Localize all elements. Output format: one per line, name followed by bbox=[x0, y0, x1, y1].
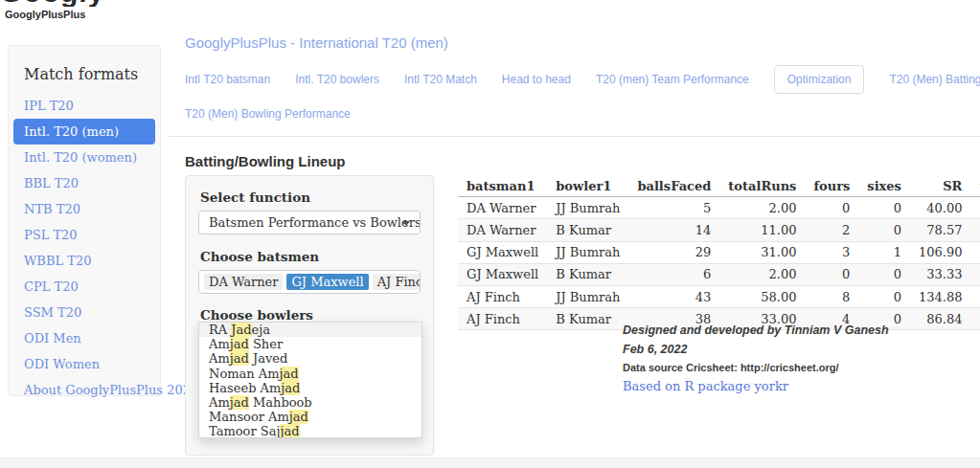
suggestion-amjad-sher[interactable]: Amjad Sher bbox=[199, 337, 422, 351]
table-cell: 0 bbox=[858, 263, 910, 285]
choose-batsmen-label: Choose batsmen bbox=[200, 249, 433, 264]
column-header-fours: fours bbox=[805, 175, 858, 197]
table-cell: 3 bbox=[805, 241, 858, 263]
sidebar-item-ipl-t20[interactable]: IPL T20 bbox=[9, 93, 160, 119]
sidebar-item-intl-t20-men[interactable]: Intl. T20 (men) bbox=[13, 119, 155, 145]
brand-text: GooglyPlusPlus bbox=[5, 9, 85, 20]
sidebar-item-wbbl-t20[interactable]: WBBL T20 bbox=[9, 248, 160, 274]
bottom-strip bbox=[0, 457, 980, 468]
table-cell: 1 bbox=[858, 241, 910, 263]
table-cell: 0 bbox=[858, 219, 910, 241]
table-cell: 14 bbox=[628, 219, 719, 241]
table-cell: DA Warner bbox=[458, 219, 547, 241]
token-aj-finch[interactable]: AJ Finch bbox=[373, 274, 421, 290]
token-da-warner[interactable]: DA Warner bbox=[204, 274, 283, 290]
table-cell: 0 bbox=[858, 197, 910, 219]
tab-head-to-head[interactable]: Head to head bbox=[502, 73, 571, 86]
suggestion-amjad-javed[interactable]: Amjad Javed bbox=[199, 351, 422, 366]
tab-t20-men-team-performance[interactable]: T20 (men) Team Performance bbox=[596, 73, 749, 86]
table-cell: GJ Maxwell bbox=[458, 241, 547, 263]
tab-t20-men-batting-performance[interactable]: T20 (Men) Batting Performance bbox=[889, 73, 980, 86]
function-select-value: Batsmen Performance vs Bowlers bbox=[209, 215, 421, 230]
suggestion-tamoor-sajjad[interactable]: Tamoor Sajjad bbox=[199, 424, 422, 438]
select-function-label: Select function bbox=[200, 189, 433, 205]
bowlers-suggestion-dropdown: RA JadejaAmjad SherAmjad JavedNoman Amja… bbox=[198, 322, 422, 438]
table-cell: 33.33 bbox=[910, 263, 971, 285]
table-cell: 8 bbox=[805, 285, 858, 307]
token-gj-maxwell[interactable]: GJ Maxwell bbox=[286, 274, 368, 290]
credits: Designed and developed by Tinniam V Gane… bbox=[623, 323, 889, 393]
table-cell: 2.00 bbox=[719, 197, 805, 219]
table-cell: JJ Bumrah bbox=[547, 197, 628, 219]
suggestion-ra-jadeja[interactable]: RA Jadeja bbox=[199, 323, 422, 337]
credit-date: Feb 6, 2022 bbox=[623, 343, 889, 356]
table-body: DA WarnerJJ Bumrah52.000040.002DA Warner… bbox=[458, 197, 980, 330]
table-row: AJ FinchJJ Bumrah4358.0080134.881 bbox=[458, 285, 980, 307]
table-cell: 134.88 bbox=[910, 285, 971, 307]
function-select[interactable]: Batsmen Performance vs Bowlers bbox=[198, 211, 421, 234]
credit-datasource: Data source Cricsheet: http://cricsheet.… bbox=[623, 362, 889, 373]
table-cell: AJ Finch bbox=[458, 285, 547, 307]
table-cell: B Kumar bbox=[547, 308, 628, 330]
suggestion-haseeb-amjad[interactable]: Haseeb Amjad bbox=[199, 381, 422, 395]
results-table: batsman1bowler1ballsFacedtotalRunsfourss… bbox=[458, 175, 980, 330]
tab-bar-row1: Intl T20 batsmanIntl. T20 bowlersIntl T2… bbox=[185, 65, 980, 94]
table-cell: 0 bbox=[858, 285, 910, 307]
suggestion-noman-amjad[interactable]: Noman Amjad bbox=[199, 367, 422, 381]
logo-large-text: Googly bbox=[0, 0, 134, 7]
table-row: DA WarnerB Kumar1411.002078.571 bbox=[458, 219, 980, 241]
sidebar-item-ssm-t20[interactable]: SSM T20 bbox=[9, 300, 160, 325]
tab-intl-t20-match[interactable]: Intl T20 Match bbox=[404, 73, 477, 86]
suggestion-mansoor-amjad[interactable]: Mansoor Amjad bbox=[199, 410, 422, 424]
table-cell: 78.57 bbox=[910, 219, 971, 241]
sidebar-item-about-googlyplusplus-2022[interactable]: About GooglyPlusPlus 2022 bbox=[9, 377, 160, 403]
sidebar-item-intl-t20-women[interactable]: Intl. T20 (women) bbox=[9, 145, 160, 170]
column-header-timesout: timesOut bbox=[970, 175, 980, 197]
sidebar-nav: IPL T20Intl. T20 (men)Intl. T20 (women)B… bbox=[9, 93, 160, 403]
table-cell: JJ Bumrah bbox=[547, 285, 628, 307]
sidebar-item-psl-t20[interactable]: PSL T20 bbox=[9, 222, 160, 248]
table-cell: 106.90 bbox=[910, 241, 971, 263]
table-cell: 2 bbox=[970, 241, 980, 263]
table-cell: DA Warner bbox=[458, 197, 547, 219]
tab-optimization[interactable]: Optimization bbox=[774, 65, 865, 94]
sidebar-item-ntb-t20[interactable]: NTB T20 bbox=[9, 196, 160, 222]
results-table-wrap: batsman1bowler1ballsFacedtotalRunsfourss… bbox=[458, 175, 980, 330]
sidebar-item-odi-women[interactable]: ODI Women bbox=[9, 351, 160, 377]
table-cell: AJ Finch bbox=[458, 308, 547, 330]
column-header-bowler1: bowler1 bbox=[547, 175, 628, 197]
column-header-totalruns: totalRuns bbox=[719, 175, 805, 197]
tabs-divider bbox=[169, 136, 980, 137]
table-row: GJ MaxwellB Kumar62.000033.330 bbox=[458, 263, 980, 285]
batsmen-input[interactable]: DA WarnerGJ MaxwellAJ Finch bbox=[198, 270, 421, 294]
table-cell: 43 bbox=[628, 285, 719, 307]
table-cell: 29 bbox=[628, 241, 719, 263]
table-cell: 1 bbox=[970, 285, 980, 307]
sidebar-item-odi-men[interactable]: ODI Men bbox=[9, 325, 160, 351]
table-cell: JJ Bumrah bbox=[547, 241, 628, 263]
section-heading: Batting/Bowling Lineup bbox=[185, 153, 345, 169]
table-cell: 58.00 bbox=[719, 285, 805, 307]
table-cell: 40.00 bbox=[910, 197, 971, 219]
table-header-row: batsman1bowler1ballsFacedtotalRunsfourss… bbox=[458, 175, 980, 197]
table-cell: 0 bbox=[970, 263, 980, 285]
tab-intl-t20-bowlers[interactable]: Intl. T20 bowlers bbox=[295, 73, 379, 86]
table-cell: 2 bbox=[805, 219, 858, 241]
sidebar-item-cpl-t20[interactable]: CPL T20 bbox=[9, 274, 160, 300]
column-header-sixes: sixes bbox=[858, 175, 910, 197]
tab-bar-row2: T20 (Men) Bowling Performance bbox=[185, 101, 351, 126]
tab-intl-t20-batsman[interactable]: Intl T20 batsman bbox=[185, 73, 270, 86]
table-row: GJ MaxwellJJ Bumrah2931.0031106.902 bbox=[458, 241, 980, 263]
chevron-down-icon bbox=[402, 221, 410, 226]
suggestion-amjad-mahboob[interactable]: Amjad Mahboob bbox=[199, 395, 422, 410]
table-cell: 11.00 bbox=[719, 219, 805, 241]
credit-yorkr-link[interactable]: Based on R package yorkr bbox=[623, 379, 889, 393]
column-header-batsman1: batsman1 bbox=[458, 175, 547, 197]
sidebar-item-bbl-t20[interactable]: BBL T20 bbox=[9, 170, 160, 196]
sidebar-heading: Match formats bbox=[24, 65, 145, 83]
column-header-sr: SR bbox=[910, 175, 971, 197]
lineup-form-panel: Select function Batsmen Performance vs B… bbox=[185, 175, 434, 456]
tab-t20-men-bowling-performance[interactable]: T20 (Men) Bowling Performance bbox=[185, 107, 351, 121]
page-title: GooglyPlusPlus - International T20 (men) bbox=[185, 34, 448, 51]
table-cell: 1 bbox=[970, 219, 980, 241]
